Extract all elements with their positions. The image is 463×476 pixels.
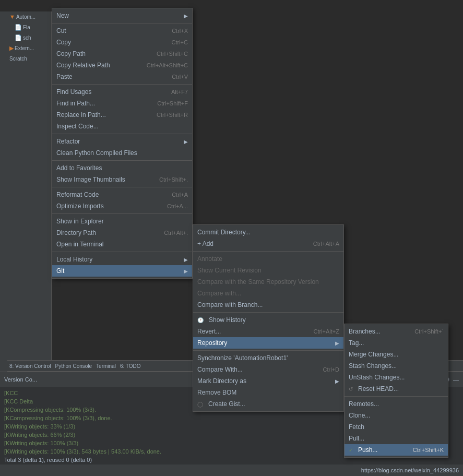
repo-stash-changes[interactable]: Stash Changes... — [345, 360, 448, 372]
repo-tag[interactable]: Tag... — [345, 337, 448, 349]
status-bar: https://blog.csdn.net/weixin_44299936 — [0, 465, 463, 476]
vc-title: Version Co... — [4, 376, 37, 383]
menu-item-reformat[interactable]: Reformat Code Ctrl+A — [52, 189, 192, 200]
reset-icon: ↺ — [349, 386, 353, 392]
git-show-history[interactable]: 🕐 Show History — [193, 314, 343, 326]
git-compare-with[interactable]: Compare with... — [193, 288, 343, 299]
git-revert[interactable]: Revert... Ctrl+Alt+Z — [193, 326, 343, 337]
git-compare-with-menu[interactable]: Compare With... Ctrl+D — [193, 364, 343, 375]
git-repository[interactable]: Repository ▶ — [193, 337, 343, 349]
menu-item-refactor[interactable]: Refactor ▶ — [52, 136, 192, 147]
repo-fetch[interactable]: Fetch — [345, 421, 448, 433]
git-remove-bom[interactable]: Remove BOM — [193, 387, 343, 398]
git-create-gist[interactable]: ◯ Create Gist... — [193, 398, 343, 410]
git-annotate[interactable]: Annotate — [193, 253, 343, 265]
vc-minimize-icon[interactable]: — — [453, 376, 459, 383]
git-add[interactable]: + Add Ctrl+Alt+A — [193, 238, 343, 249]
repo-clone[interactable]: Clone... — [345, 410, 448, 421]
menu-item-show-thumbnails[interactable]: Show Image Thumbnails Ctrl+Shift+. — [52, 174, 192, 185]
menu-item-show-explorer[interactable]: Show in Explorer — [52, 216, 192, 227]
menu-item-git[interactable]: Git ▶ — [52, 265, 192, 277]
menu-item-open-terminal[interactable]: Open in Terminal — [52, 239, 192, 250]
repo-branches[interactable]: Branches... Ctrl+Shift+` — [345, 326, 448, 337]
repo-reset-head[interactable]: ↺ Reset HEAD... — [345, 383, 448, 395]
menu-item-find-usages[interactable]: Find Usages Alt+F7 — [52, 86, 192, 98]
check-icon: ✓ — [349, 447, 353, 453]
git-commit-directory[interactable]: Commit Directory... — [193, 227, 343, 238]
separator-2 — [52, 84, 192, 85]
arrow-icon-refactor: ▶ — [184, 139, 188, 145]
repository-submenu: Branches... Ctrl+Shift+` Tag... Merge Ch… — [344, 324, 448, 458]
git-show-revision[interactable]: Show Current Revision — [193, 265, 343, 276]
tab-terminal[interactable]: Terminal — [96, 363, 116, 369]
arrow-icon-mark-dir: ▶ — [335, 378, 339, 384]
arrow-icon-new: ▶ — [184, 13, 188, 19]
menu-item-copy-path[interactable]: Copy Path Ctrl+Shift+C — [52, 48, 192, 59]
menu-item-optimize-imports[interactable]: Optimize Imports Ctrl+A... — [52, 200, 192, 212]
separator-4 — [52, 160, 192, 161]
separator-3 — [52, 134, 192, 134]
clock-icon: 🕐 — [197, 317, 204, 323]
git-separator-1 — [193, 251, 343, 252]
menu-item-new[interactable]: New ▶ — [52, 10, 192, 21]
arrow-icon-git: ▶ — [184, 268, 188, 274]
git-compare-branch[interactable]: Compare with Branch... — [193, 299, 343, 311]
repo-pull[interactable]: Pull... — [345, 433, 448, 444]
git-synchronize[interactable]: Synchronize 'AutomationRobot1' — [193, 352, 343, 364]
menu-item-copy[interactable]: Copy Ctrl+C — [52, 37, 192, 48]
git-mark-directory[interactable]: Mark Directory as ▶ — [193, 375, 343, 387]
repo-separator-1 — [345, 396, 448, 397]
status-url: https://blog.csdn.net/weixin_44299936 — [361, 467, 459, 473]
context-menu: New ▶ Cut Ctrl+X Copy Ctrl+C Copy Path C… — [52, 8, 193, 279]
tab-python-console[interactable]: Python Console — [55, 363, 92, 369]
menu-item-find-in-path[interactable]: Find in Path... Ctrl+Shift+F — [52, 98, 192, 109]
menu-item-clean-python[interactable]: Clean Python Compiled Files — [52, 147, 192, 159]
repo-remotes[interactable]: Remotes... — [345, 398, 448, 410]
menu-item-inspect-code[interactable]: Inspect Code... — [52, 121, 192, 132]
git-separator-2 — [193, 312, 343, 313]
git-separator-3 — [193, 350, 343, 351]
tree-item-fla[interactable]: 📄 Fla — [7, 22, 51, 32]
menu-item-cut[interactable]: Cut Ctrl+X — [52, 25, 192, 37]
menu-item-copy-relative-path[interactable]: Copy Relative Path Ctrl+Alt+Shift+C — [52, 59, 192, 71]
tree-item-scratch[interactable]: Scratch — [7, 53, 51, 64]
tab-version-control[interactable]: 8: Version Control — [9, 363, 51, 369]
separator-1 — [52, 23, 192, 23]
tab-todo[interactable]: 6: TODO — [120, 363, 141, 369]
repo-push[interactable]: ✓ Push... Ctrl+Shift+K — [345, 444, 448, 456]
arrow-icon-local-history: ▶ — [184, 257, 188, 263]
git-submenu: Commit Directory... + Add Ctrl+Alt+A Ann… — [193, 224, 344, 412]
repo-unstash-changes[interactable]: UnStash Changes... — [345, 372, 448, 383]
separator-6 — [52, 213, 192, 214]
tree-item-automation[interactable]: ▼ Autom... — [7, 11, 51, 22]
menu-item-local-history[interactable]: Local History ▶ — [52, 254, 192, 265]
arrow-icon-repository: ▶ — [335, 340, 339, 346]
gist-icon: ◯ — [197, 401, 203, 407]
separator-7 — [52, 252, 192, 252]
menu-item-replace-in-path[interactable]: Replace in Path... Ctrl+Shift+R — [52, 109, 192, 121]
repo-merge-changes[interactable]: Merge Changes... — [345, 349, 448, 360]
tree-item-extern[interactable]: ▶ Extern... — [7, 43, 51, 53]
git-compare-same-repo[interactable]: Compare with the Same Repository Version — [193, 276, 343, 288]
menu-item-add-favorites[interactable]: Add to Favorites — [52, 162, 192, 174]
tree-item-sch[interactable]: 📄 sch — [7, 32, 51, 43]
menu-item-paste[interactable]: Paste Ctrl+V — [52, 71, 192, 82]
separator-5 — [52, 187, 192, 187]
menu-item-directory-path[interactable]: Directory Path Ctrl+Alt+. — [52, 227, 192, 239]
